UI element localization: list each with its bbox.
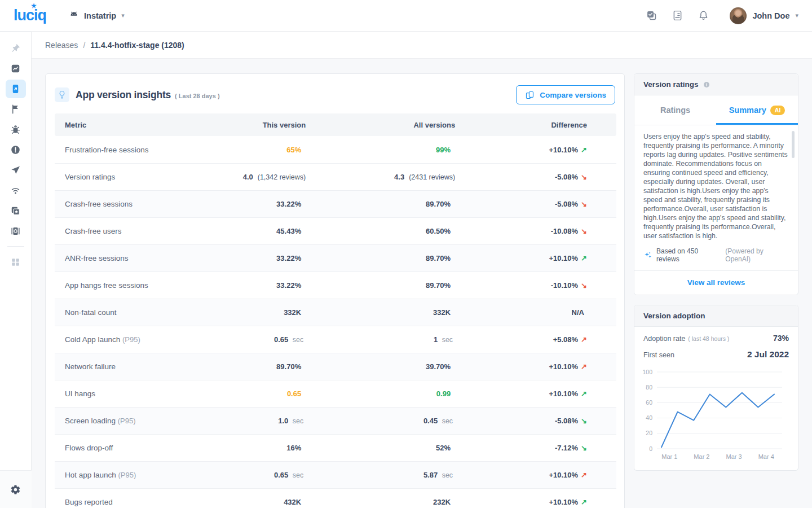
- sidebar-item-releases[interactable]: [6, 80, 26, 98]
- ai-summary-text: Users enjoy the app's speed and stabilit…: [643, 132, 788, 240]
- compare-versions-button[interactable]: Compare versions: [516, 85, 615, 104]
- table-header-row: Metric This version All versions Differe…: [55, 113, 616, 136]
- this-version-value: 89.70%: [276, 362, 301, 371]
- trend-arrow-icon: ↘: [581, 444, 587, 452]
- chart-x-label: Mar 1: [661, 453, 677, 460]
- all-versions-value: 89.70%: [426, 200, 451, 208]
- breadcrumb-separator: /: [83, 41, 85, 50]
- sidebar-item-surveys[interactable]: [6, 161, 26, 179]
- table-row[interactable]: Frustration-free sessions 65% 99% +10.10…: [55, 136, 616, 163]
- star-stack-icon: [10, 205, 21, 216]
- compare-icon: [525, 90, 535, 100]
- this-version-unit: sec: [290, 417, 303, 425]
- bell-icon: [698, 10, 709, 21]
- table-row[interactable]: Screen loading (P95) 1.0 sec 0.45 sec -5…: [55, 407, 616, 434]
- sidebar-item-performance[interactable]: [6, 59, 26, 78]
- tab-ratings[interactable]: Ratings: [634, 95, 716, 125]
- table-row[interactable]: Flows drop-off 16% 52% -7.12%↘: [55, 434, 616, 461]
- version-adoption-card: Version adoption Adoption rate ( last 48…: [634, 305, 798, 471]
- chart-y-tick-label: 40: [646, 414, 652, 421]
- table-row[interactable]: Crash-free users 45.43% 60.50% -10.08%↘: [55, 217, 616, 244]
- sidebar-items: [6, 38, 26, 241]
- table-row[interactable]: ANR-free sessions 33.22% 89.70% +10.10%↗: [55, 244, 616, 271]
- breadcrumb: Releases / 11.4.4-hotfix-stage (1208): [45, 41, 184, 50]
- sidebar-item-apps[interactable]: [6, 253, 26, 271]
- table-row[interactable]: Network failure 89.70% 39.70% +10.10%↗: [55, 353, 616, 380]
- view-all-reviews-link[interactable]: View all reviews: [634, 271, 798, 295]
- tab-summary[interactable]: SummaryAI: [716, 95, 798, 125]
- metric-label: Crash-free sessions: [65, 200, 133, 208]
- this-version-value: 0.65: [287, 389, 301, 398]
- all-versions-unit: sec: [440, 471, 453, 479]
- powered-by-text: (Powered by OpenAI): [725, 247, 789, 263]
- user-menu[interactable]: John Doe ▾: [730, 7, 798, 24]
- sidebar-item-crashes[interactable]: [6, 141, 26, 159]
- this-version-value: 4.0: [243, 173, 253, 181]
- table-row[interactable]: App hangs free sessions 33.22% 89.70% -1…: [55, 271, 616, 299]
- this-version-value: 332K: [284, 308, 301, 317]
- chart-y-tick-label: 20: [646, 430, 652, 436]
- version-ratings-header: Version ratings: [634, 74, 798, 95]
- tasks-button[interactable]: [641, 5, 662, 27]
- sidebar-item-session-replays[interactable]: [6, 222, 26, 240]
- metric-label: App hangs free sessions: [65, 281, 148, 290]
- this-version-value: 33.22%: [276, 281, 301, 290]
- first-seen-value: 2 Jul 2022: [747, 349, 789, 360]
- insights-header: App version insights ( Last 28 days ) Co…: [46, 74, 624, 113]
- table-row[interactable]: Cold App launch (P95) 0.65 sec 1 sec +5.…: [55, 326, 616, 353]
- table-row[interactable]: UI hangs 0.65 0.99 +10.10%↗: [55, 380, 616, 407]
- this-version-value: 65%: [286, 146, 301, 154]
- notifications-button[interactable]: [692, 5, 714, 27]
- metric-label: Cold App launch: [65, 335, 120, 344]
- table-row[interactable]: Non-fatal count 332K 332K N/A: [55, 299, 616, 326]
- this-version-value: 16%: [286, 444, 301, 452]
- sidebar-item-pin[interactable]: [6, 39, 26, 58]
- table-row[interactable]: Version ratings 4.0(1,342 reviews) 4.3(2…: [55, 163, 616, 190]
- luciq-logo[interactable]: luciq ★: [14, 7, 46, 24]
- metric-label: Screen loading: [65, 417, 116, 425]
- adoption-rate-note: ( last 48 hours ): [688, 335, 729, 342]
- sidebar-item-network[interactable]: [6, 181, 26, 200]
- metrics-table-body: Frustration-free sessions 65% 99% +10.10…: [55, 136, 616, 508]
- table-row[interactable]: Bugs reported 432K 232K +10.10%↗: [55, 488, 616, 508]
- user-name: John Doe: [752, 11, 789, 20]
- table-row[interactable]: Crash-free sessions 33.22% 89.70% -5.08%…: [55, 190, 616, 217]
- version-adoption-header: Version adoption: [634, 305, 798, 327]
- all-versions-value: 4.3: [394, 173, 404, 181]
- chart-x-label: Mar 2: [694, 453, 709, 460]
- alert-icon: [10, 144, 21, 155]
- difference-value: -10.08%: [551, 227, 578, 235]
- docs-button[interactable]: [667, 5, 688, 27]
- difference-value: -10.10%: [551, 281, 578, 290]
- app-selector[interactable]: Instatrip ▾: [69, 11, 125, 21]
- table-row[interactable]: Hot app launch (P95) 0.65 sec 5.87 sec +…: [55, 461, 616, 488]
- breadcrumb-releases[interactable]: Releases: [45, 41, 78, 50]
- doc-icon: [672, 10, 683, 21]
- metrics-table: Metric This version All versions Differe…: [55, 113, 616, 508]
- sidebar-item-feature-flags[interactable]: [6, 100, 26, 119]
- this-version-value: 0.65: [274, 335, 288, 344]
- all-versions-value: 332K: [433, 308, 451, 317]
- sidebar-item-settings[interactable]: [6, 480, 26, 499]
- info-icon[interactable]: [703, 81, 710, 89]
- right-column: Version ratings RatingsSummaryAI Users e…: [634, 73, 798, 471]
- metric-label: Non-fatal count: [65, 308, 117, 317]
- column-header-difference: Difference: [455, 113, 616, 136]
- gear-icon: [10, 484, 21, 495]
- content: App version insights ( Last 28 days ) Co…: [32, 59, 812, 508]
- difference-value: +10.10%: [549, 471, 578, 479]
- metric-label: ANR-free sessions: [65, 254, 129, 262]
- this-version-value: 33.22%: [276, 200, 301, 208]
- summary-scrollbar[interactable]: [792, 131, 795, 158]
- trend-arrow-icon: ↗: [581, 498, 587, 506]
- metric-label: Crash-free users: [65, 227, 122, 235]
- sidebar-item-bug-reports[interactable]: [6, 120, 26, 139]
- trend-arrow-icon: ↗: [581, 335, 587, 344]
- this-version-note: (1,342 reviews): [258, 173, 306, 181]
- chart-y-tick-label: 100: [642, 368, 652, 375]
- sidebar-item-featured-requests[interactable]: [6, 202, 26, 220]
- difference-value: +5.08%: [553, 335, 578, 344]
- column-header-all-versions: All versions: [306, 113, 455, 136]
- version-ratings-title: Version ratings: [643, 80, 699, 89]
- all-versions-note: (2431 reviews): [409, 173, 455, 181]
